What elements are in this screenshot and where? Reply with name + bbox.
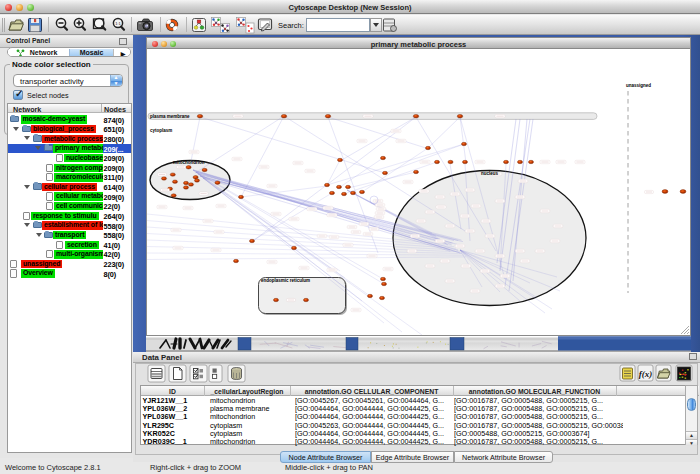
svg-text:nucleus: nucleus <box>481 171 499 176</box>
svg-text:endoplasmic reticulum: endoplasmic reticulum <box>261 278 310 283</box>
svg-text:1:1: 1:1 <box>115 21 121 26</box>
svg-text:unassigned: unassigned <box>626 83 651 88</box>
svg-text:cytoplasm: cytoplasm <box>150 128 172 133</box>
svg-text:plasma membrane: plasma membrane <box>150 114 190 119</box>
svg-text:f(x): f(x) <box>639 369 653 379</box>
svg-text:mitochondrion: mitochondrion <box>173 160 205 165</box>
